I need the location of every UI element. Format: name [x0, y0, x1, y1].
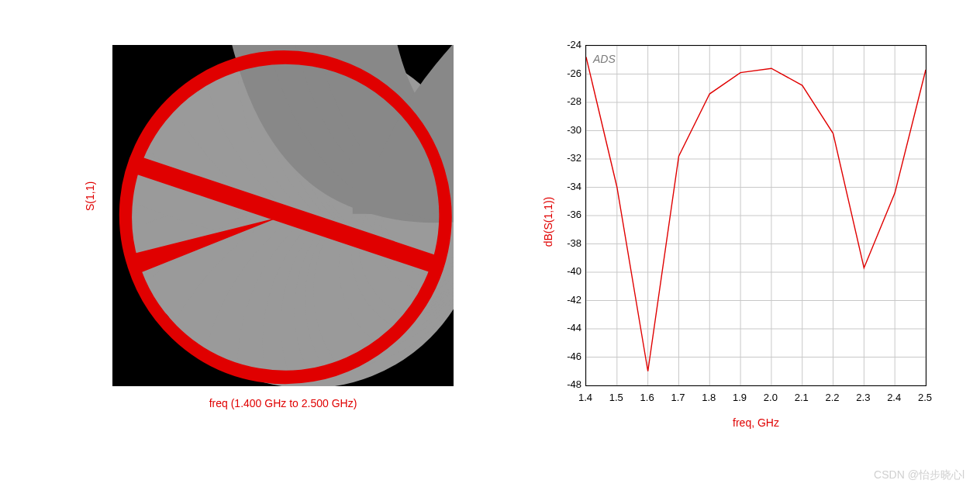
- x-tick-labels: 1.41.51.61.71.81.92.02.12.22.32.42.5: [585, 392, 927, 407]
- db-x-axis-label: freq, GHz: [585, 416, 927, 429]
- y-tick: -46: [550, 351, 581, 362]
- x-tick: 1.7: [666, 392, 689, 403]
- db-plot-area: [585, 45, 927, 386]
- y-tick: -30: [550, 124, 581, 136]
- y-tick: -32: [550, 152, 581, 164]
- smith-x-axis-label: freq (1.400 GHz to 2.500 GHz): [112, 397, 454, 409]
- watermark: CSDN @怡步晓心l: [874, 468, 964, 482]
- y-tick: -26: [550, 67, 581, 79]
- smith-chart-plot: 0.20.40.60.81.01.21.41.61.82.0: [112, 45, 454, 386]
- x-tick: 1.5: [605, 392, 628, 403]
- y-tick: -34: [550, 181, 581, 192]
- x-tick: 2.0: [759, 392, 782, 403]
- y-tick: -24: [550, 39, 581, 50]
- x-tick: 2.3: [851, 392, 875, 403]
- y-tick: -40: [550, 265, 581, 277]
- y-tick-labels: -24-26-28-30-32-34-36-38-40-42-44-46-48: [547, 45, 581, 386]
- x-tick: 2.2: [821, 392, 844, 403]
- x-tick: 1.9: [728, 392, 751, 403]
- db-plot-panel: ADS dB(S(1,1)) freq, GHz -24-26-28-30-32…: [496, 23, 961, 458]
- x-tick: 2.1: [790, 392, 813, 403]
- x-tick: 1.8: [697, 392, 720, 403]
- ads-software-label: ADS: [593, 53, 616, 65]
- y-tick: -36: [550, 209, 581, 220]
- y-tick: -28: [550, 95, 581, 107]
- x-tick: 1.6: [636, 392, 659, 403]
- y-tick: -48: [550, 378, 581, 390]
- y-tick: -38: [550, 237, 581, 249]
- x-tick: 1.4: [574, 392, 597, 403]
- smith-chart-panel: ADS S(1,1) freq (1.400 GHz to 2.500 GHz)…: [23, 23, 457, 458]
- x-tick: 2.4: [882, 392, 906, 403]
- x-tick: 2.5: [913, 392, 937, 403]
- y-tick: -42: [550, 294, 581, 306]
- smith-y-axis-label: S(1,1): [84, 181, 96, 211]
- y-tick: -44: [550, 322, 581, 333]
